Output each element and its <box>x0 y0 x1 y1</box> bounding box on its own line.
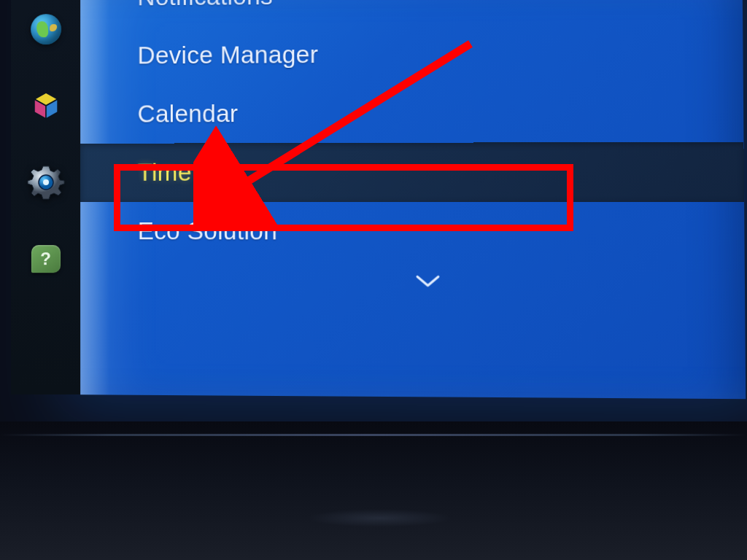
bezel-edge <box>0 434 747 436</box>
sidebar-item-smarthub[interactable] <box>28 88 64 124</box>
menu-item-device-manager[interactable]: Device Manager <box>117 23 743 85</box>
sidebar-item-help[interactable]: ? <box>27 241 63 277</box>
menu-item-label: Notifications <box>137 0 273 10</box>
menu-item-label: Calendar <box>138 100 239 128</box>
bezel-highlight <box>306 509 452 527</box>
menu-item-calendar[interactable]: Calendar <box>117 82 743 144</box>
tv-screen: ? Notifications Device Manager Calendar … <box>0 0 747 437</box>
globe-icon <box>31 14 61 44</box>
menu-item-eco-solution[interactable]: Eco Solution <box>117 202 744 262</box>
help-icon: ? <box>31 245 60 273</box>
help-symbol: ? <box>40 249 51 269</box>
menu-item-label: Time <box>138 159 192 186</box>
menu-item-time[interactable]: Time <box>80 142 744 202</box>
settings-menu-panel: Notifications Device Manager Calendar Ti… <box>80 0 746 399</box>
menu-item-label: Device Manager <box>138 41 319 69</box>
svg-point-4 <box>43 179 49 185</box>
smart-hub-icon <box>30 90 62 122</box>
menu-item-label: Eco Solution <box>138 217 278 244</box>
sidebar-item-web[interactable] <box>28 11 64 47</box>
sidebar-item-settings[interactable] <box>27 164 63 201</box>
settings-gear-icon <box>26 163 65 202</box>
category-sidebar: ? <box>11 0 80 394</box>
scroll-down-indicator[interactable] <box>117 260 745 305</box>
tv-bezel <box>0 421 747 560</box>
menu-item-notifications[interactable]: Notifications <box>117 0 743 27</box>
chevron-down-icon <box>414 273 441 289</box>
